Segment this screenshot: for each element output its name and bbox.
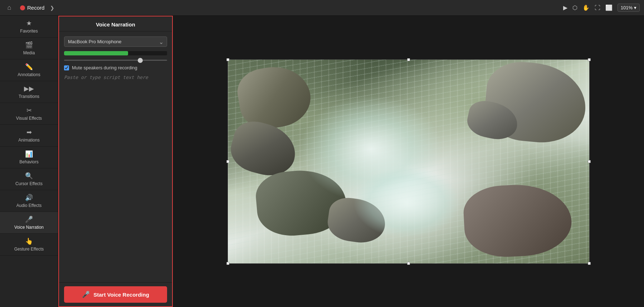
sidebar-item-media[interactable]: 🎬 Media [0,38,58,59]
sidebar-label-annotations: Annotations [18,72,40,77]
node-tool-icon[interactable]: ⬡ [572,4,577,11]
handle-middle-right[interactable] [588,160,591,163]
handle-middle-left[interactable] [226,160,229,163]
sidebar-item-transitions[interactable]: ▶▶ Transitions [0,81,58,103]
visual-effects-icon: ✂ [26,107,32,114]
mute-checkbox-row: Mute speakers during recording [64,65,167,70]
sidebar-item-voice-narration[interactable]: 🎤 Voice Narration [0,212,58,234]
level-bar-container [64,51,167,55]
gesture-effects-icon: 👆 [25,237,33,245]
handle-top-center[interactable] [407,58,410,61]
start-recording-label: Start Voice Recording [93,292,149,298]
sidebar-item-gesture-effects[interactable]: 👆 Gesture Effects [0,234,58,256]
favorites-icon: ★ [26,19,32,27]
breadcrumb-chevron: ❯ [50,5,54,11]
sidebar-item-favorites[interactable]: ★ Favorites [0,16,58,38]
mute-speakers-label: Mute speakers during recording [72,65,137,70]
sidebar-item-behaviors[interactable]: 📊 Behaviors [0,147,58,168]
zoom-chevron-icon: ▾ [634,5,636,10]
pointer-tool-icon[interactable]: ▶ [563,4,567,11]
sidebar-label-transitions: Transitions [19,94,39,99]
top-bar: ⌂ Record ❯ ▶ ⬡ ✋ ⛶ ⬜ 101% ▾ [0,0,644,16]
level-bar-fill [64,51,128,55]
sidebar-label-behaviors: Behaviors [19,159,38,164]
volume-slider-row [64,60,167,61]
left-sidebar: ★ Favorites 🎬 Media ✏️ Annotations ▶▶ Tr… [0,16,58,307]
handle-bottom-right[interactable] [588,262,591,265]
microphone-dropdown[interactable]: MacBook Pro Microphone Built-in Micropho… [64,36,167,47]
handle-top-left[interactable] [226,58,229,61]
hand-tool-icon[interactable]: ✋ [582,4,590,11]
handle-bottom-center[interactable] [407,262,410,265]
top-bar-right: ▶ ⬡ ✋ ⛶ ⬜ 101% ▾ [563,4,640,12]
sidebar-label-voice-narration: Voice Narration [14,225,44,230]
sidebar-label-visual-effects: Visual Effects [16,116,42,121]
audio-effects-icon: 🔊 [25,194,33,202]
zoom-selector[interactable]: 101% ▾ [618,4,640,12]
microphone-dropdown-wrapper[interactable]: MacBook Pro Microphone Built-in Micropho… [64,36,167,47]
behaviors-icon: 📊 [25,150,33,158]
top-bar-left: ⌂ Record ❯ [4,3,54,13]
start-recording-mic-icon: 🎤 [82,291,90,298]
annotations-icon: ✏️ [25,63,33,71]
handle-top-right[interactable] [588,58,591,61]
panel-body: MacBook Pro Microphone Built-in Micropho… [59,31,172,282]
record-dot [20,5,25,10]
record-label: Record [27,5,44,11]
sidebar-item-animations[interactable]: ➡ Animations [0,125,58,147]
main-content: ★ Favorites 🎬 Media ✏️ Annotations ▶▶ Tr… [0,16,644,307]
sidebar-label-audio-effects: Audio Effects [16,203,42,208]
home-icon[interactable]: ⌂ [4,3,14,13]
mute-speakers-checkbox[interactable] [64,65,69,70]
voice-narration-icon: 🎤 [25,216,33,223]
zoom-level: 101% [621,5,633,10]
crop-tool-icon[interactable]: ⛶ [595,5,600,11]
start-voice-recording-button[interactable]: 🎤 Start Voice Recording [64,286,167,303]
voice-narration-panel: Voice Narration MacBook Pro Microphone B… [58,16,173,307]
sidebar-item-visual-effects[interactable]: ✂ Visual Effects [0,103,58,125]
cursor-effects-icon: 🔍 [25,172,33,180]
transitions-icon: ▶▶ [24,85,34,93]
panel-title: Voice Narration [59,16,172,31]
sidebar-label-animations: Animations [18,138,39,143]
screen-tool-icon[interactable]: ⬜ [605,4,613,11]
sidebar-item-cursor-effects[interactable]: 🔍 Cursor Effects [0,168,58,190]
canvas-image [228,60,589,263]
sidebar-label-gesture-effects: Gesture Effects [14,247,44,252]
canvas-image-container [228,59,590,264]
canvas-area[interactable] [173,16,644,307]
handle-bottom-left[interactable] [226,262,229,265]
sidebar-label-favorites: Favorites [20,29,38,34]
water-foam-2 [353,167,460,238]
panel-footer: 🎤 Start Voice Recording [59,282,172,306]
sidebar-item-audio-effects[interactable]: 🔊 Audio Effects [0,190,58,212]
volume-slider[interactable] [64,60,167,61]
sidebar-label-media: Media [23,50,35,55]
record-button[interactable]: Record [17,3,47,12]
script-textarea[interactable] [64,75,167,277]
media-icon: 🎬 [25,41,33,49]
sidebar-label-cursor-effects: Cursor Effects [15,181,43,186]
animations-icon: ➡ [26,128,32,136]
sidebar-item-annotations[interactable]: ✏️ Annotations [0,59,58,81]
